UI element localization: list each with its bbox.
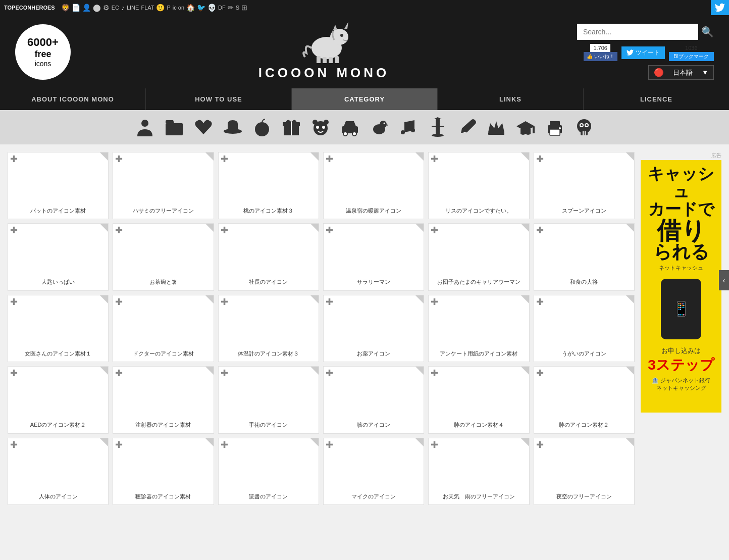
nav-how-to-use[interactable]: HOW TO USE xyxy=(146,88,292,110)
icon-card-1[interactable]: ✚ ハサミのフリーアイコン xyxy=(113,152,214,219)
cat-music-icon[interactable] xyxy=(396,115,421,139)
icon-card-9[interactable]: ✚ サラリーマン xyxy=(323,223,424,290)
logo-number: 6000+ xyxy=(27,36,59,49)
icon-label: バットのアイコン素材 xyxy=(30,207,86,215)
icon-card-2[interactable]: ✚ 桃のアイコン素材３ xyxy=(218,152,319,219)
cat-car-icon[interactable] xyxy=(338,115,362,139)
triangle-icon xyxy=(415,224,424,232)
icon-card-29[interactable]: ✚ 夜空のフリーアイコン xyxy=(534,438,635,505)
nav-icon-df[interactable]: DF xyxy=(218,5,226,11)
icon-card-22[interactable]: ✚ 肺のアイコン素材４ xyxy=(428,366,529,433)
plus-icon: ✚ xyxy=(431,155,438,164)
triangle-icon xyxy=(626,367,634,375)
svg-point-48 xyxy=(586,124,588,126)
icon-card-27[interactable]: ✚ マイクのアイコン xyxy=(323,438,424,505)
nav-icon-home[interactable]: 🏠 xyxy=(186,4,195,12)
cat-apple-icon[interactable] xyxy=(250,115,274,139)
nav-category[interactable]: CATEGORY xyxy=(292,88,438,110)
icon-card-19[interactable]: ✚ 注射器のアイコン素材 xyxy=(113,366,214,433)
icon-card-28[interactable]: ✚ お天気 雨のフリーアイコン xyxy=(428,438,529,505)
nav-icon-5[interactable]: ⚙ xyxy=(103,4,110,12)
cat-folder-icon[interactable] xyxy=(162,115,186,139)
cat-lighthouse-icon[interactable] xyxy=(426,115,450,139)
nav-icon-bird[interactable]: 🐦 xyxy=(197,4,205,12)
ad-text-4: られる xyxy=(653,243,709,261)
cat-skull-icon[interactable] xyxy=(572,115,596,139)
icon-card-25[interactable]: ✚ 聴診器のアイコン素材 xyxy=(113,438,214,505)
icon-card-16[interactable]: ✚ アンケート用紙のアイコン素材 xyxy=(428,295,529,362)
search-button[interactable]: 🔍 xyxy=(701,26,714,38)
cat-person-icon[interactable] xyxy=(133,115,157,139)
svg-point-29 xyxy=(411,128,415,132)
icon-card-3[interactable]: ✚ 温泉宿の暖簾アイコン xyxy=(323,152,424,219)
nav-icon-3[interactable]: 👤 xyxy=(82,4,91,12)
nav-licence[interactable]: LICENCE xyxy=(584,88,729,110)
cat-gift-icon[interactable] xyxy=(279,115,303,139)
icon-card-14[interactable]: ✚ 体温計のアイコン素材３ xyxy=(218,295,319,362)
icon-card-11[interactable]: ✚ 和食の大将 xyxy=(534,223,635,290)
icon-card-18[interactable]: ✚ AEDのアイコン素材２ xyxy=(8,366,109,433)
bookmark-button[interactable]: BIブックマーク xyxy=(669,52,714,61)
icon-card-5[interactable]: ✚ スプーンアイコン xyxy=(534,152,635,219)
nav-icon-p[interactable]: P xyxy=(167,5,170,11)
collapse-button[interactable]: ‹ xyxy=(719,270,729,290)
svg-rect-4 xyxy=(317,56,321,63)
nav-icon-icon-on[interactable]: ic on xyxy=(173,5,184,11)
ad-label: 広告 xyxy=(641,152,721,159)
icon-label: 読書のアイコン xyxy=(249,493,288,500)
icon-card-7[interactable]: ✚ お茶碗と箸 xyxy=(113,223,214,290)
icon-card-17[interactable]: ✚ うがいのアイコン xyxy=(534,295,635,362)
cat-heart-icon[interactable] xyxy=(191,115,216,139)
icon-card-10[interactable]: ✚ お団子あたまのキャリアウーマン xyxy=(428,223,529,290)
cat-crown-icon[interactable] xyxy=(484,115,508,139)
icon-card-4[interactable]: ✚ リスのアイコンですたい。 xyxy=(428,152,529,219)
nav-icon-grid[interactable]: ⊞ xyxy=(241,4,247,12)
icon-card-13[interactable]: ✚ ドクターのアイコン素材 xyxy=(113,295,214,362)
nav-icon-1[interactable]: 🦁 xyxy=(61,4,70,12)
nav-icon-line[interactable]: LINE xyxy=(127,5,139,11)
nav-icon-emoji[interactable]: 🙂 xyxy=(156,4,165,12)
triangle-icon xyxy=(205,438,214,446)
triangle-icon xyxy=(310,367,319,375)
nav-icon-music[interactable]: ♪ xyxy=(121,4,125,12)
icon-label: ハサミのフリーアイコン xyxy=(133,207,194,215)
icon-card-21[interactable]: ✚ 咳のアイコン xyxy=(323,366,424,433)
nav-icon-flat[interactable]: FLAT xyxy=(141,5,154,11)
ad-box[interactable]: キャッシュ カードで 借り られる ネットキャッシュ 📱 お申し込みは 3ステッ… xyxy=(641,160,721,413)
icon-card-20[interactable]: ✚ 手術のアイコン xyxy=(218,366,319,433)
svg-marker-2 xyxy=(344,22,348,29)
twitter-corner-button[interactable] xyxy=(711,0,729,15)
icon-card-0[interactable]: ✚ バットのアイコン素材 xyxy=(8,152,109,219)
nav-icon-pen[interactable]: ✏ xyxy=(228,4,234,12)
svg-rect-38 xyxy=(550,129,560,135)
search-input[interactable] xyxy=(577,24,698,40)
icon-card-24[interactable]: ✚ 人体のアイコン xyxy=(8,438,109,505)
icon-card-12[interactable]: ✚ 女医さんのアイコン素材１ xyxy=(8,295,109,362)
logo-circle: 6000+ free icons xyxy=(15,24,71,80)
plus-icon: ✚ xyxy=(221,440,228,449)
icon-card-23[interactable]: ✚ 肺のアイコン素材２ xyxy=(534,366,635,433)
icon-card-15[interactable]: ✚ お薬アイコン xyxy=(323,295,424,362)
icon-card-6[interactable]: ✚ 大匙いっぱい xyxy=(8,223,109,290)
nav-links[interactable]: LINKS xyxy=(438,88,584,110)
cat-hat-icon[interactable] xyxy=(221,115,245,139)
plus-icon: ✚ xyxy=(431,369,438,378)
cat-bird-icon[interactable] xyxy=(367,115,391,139)
cat-pencil-icon[interactable] xyxy=(455,115,479,139)
triangle-icon xyxy=(626,295,634,303)
nav-about[interactable]: ABOUT ICOOON MONO xyxy=(0,88,146,110)
ad-sub: ネットキャッシュ xyxy=(659,264,703,272)
language-selector[interactable]: 🔴 日本語 ▼ xyxy=(648,65,714,80)
nav-icon-skull[interactable]: 💀 xyxy=(207,4,216,12)
icon-card-26[interactable]: ✚ 読書のアイコン xyxy=(218,438,319,505)
cat-bear-icon[interactable] xyxy=(308,115,333,139)
nav-icon-4[interactable]: ⬤ xyxy=(93,4,101,12)
tweet-button[interactable]: ツイート xyxy=(621,46,665,59)
cat-graduation-icon[interactable] xyxy=(513,115,538,139)
fb-like-button[interactable]: 👍 いいね！ xyxy=(584,52,617,61)
nav-icon-2[interactable]: 📄 xyxy=(72,4,80,12)
nav-icon-ec[interactable]: EC xyxy=(112,5,119,11)
cat-printer-icon[interactable] xyxy=(543,115,567,139)
nav-icon-s[interactable]: S xyxy=(236,5,239,11)
icon-card-8[interactable]: ✚ 社長のアイコン xyxy=(218,223,319,290)
